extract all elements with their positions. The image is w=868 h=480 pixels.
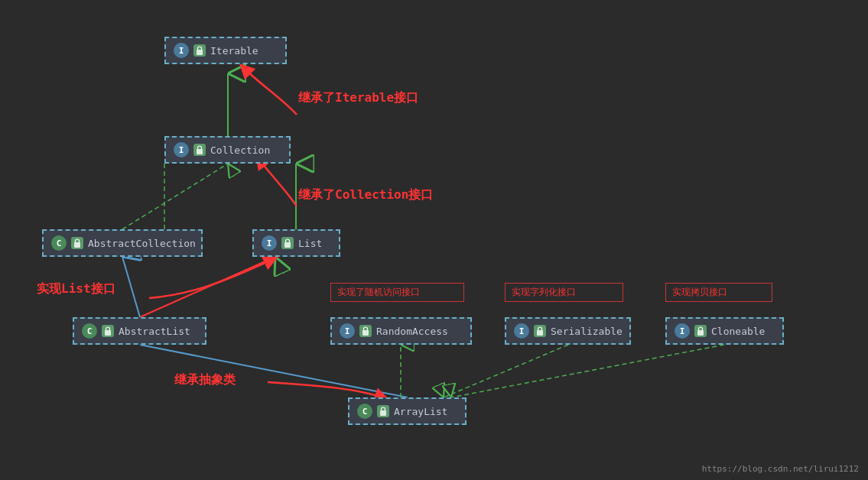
annotation-box-cloneable: 实现拷贝接口 <box>665 283 772 302</box>
annotation-implements-list: 实现List接口 <box>37 281 115 297</box>
label-random-access: RandomAccess <box>376 326 448 337</box>
lock-array-list <box>377 405 389 417</box>
node-collection: I Collection <box>164 136 291 164</box>
watermark: https://blog.csdn.net/lirui1212 <box>702 464 859 474</box>
node-iterable: I Iterable <box>164 37 287 64</box>
lock-cloneable <box>694 325 707 337</box>
lock-random-access <box>359 325 372 337</box>
svg-line-14 <box>451 345 724 397</box>
annotation-box-random-access: 实现了随机访问接口 <box>330 283 464 302</box>
node-abstract-list: C AbstractList <box>73 317 206 345</box>
label-collection: Collection <box>210 144 270 156</box>
icon-array-list: C <box>357 404 372 419</box>
annotation-inherits-collection: 继承了Collection接口 <box>298 187 433 203</box>
annotation-inherits-iterable: 继承了Iterable接口 <box>298 90 418 106</box>
node-serializable: I Serializable <box>505 317 631 345</box>
svg-rect-22 <box>284 242 291 248</box>
lock-iterable <box>193 44 206 57</box>
diagram-container: I Iterable I Collection C AbstractCollec… <box>0 0 868 480</box>
icon-serializable: I <box>514 323 529 339</box>
lock-abstract-collection <box>71 237 83 249</box>
icon-list: I <box>262 235 277 251</box>
icon-iterable: I <box>174 43 189 58</box>
annotation-box-serializable: 实现字列化接口 <box>505 283 623 302</box>
node-abstract-collection: C AbstractCollection <box>42 229 203 257</box>
icon-collection: I <box>174 142 189 157</box>
node-random-access: I RandomAccess <box>330 317 472 345</box>
node-array-list: C ArrayList <box>348 397 467 425</box>
lock-collection <box>193 144 206 156</box>
svg-rect-19 <box>197 50 203 55</box>
icon-cloneable: I <box>675 323 690 339</box>
icon-abstract-list: C <box>82 323 97 339</box>
svg-rect-27 <box>380 410 386 416</box>
label-array-list: ArrayList <box>394 406 447 417</box>
svg-line-11 <box>140 345 408 397</box>
svg-line-7 <box>122 164 228 229</box>
svg-line-9 <box>140 257 275 317</box>
node-list: I List <box>252 229 340 257</box>
svg-line-13 <box>444 345 568 397</box>
label-serializable: Serializable <box>551 326 623 337</box>
lock-serializable <box>534 325 546 337</box>
svg-rect-26 <box>697 330 704 336</box>
svg-rect-23 <box>105 330 111 336</box>
svg-rect-24 <box>362 330 369 336</box>
svg-line-10 <box>122 257 140 317</box>
svg-rect-20 <box>197 149 203 154</box>
svg-rect-21 <box>74 242 80 248</box>
annotation-extends-abstract: 继承抽象类 <box>174 372 236 388</box>
label-abstract-collection: AbstractCollection <box>88 238 196 249</box>
lock-list <box>281 237 294 249</box>
lock-abstract-list <box>102 325 114 337</box>
label-cloneable: Cloneable <box>711 326 765 337</box>
label-iterable: Iterable <box>210 45 258 57</box>
icon-random-access: I <box>340 323 355 339</box>
label-abstract-list: AbstractList <box>119 326 190 337</box>
node-cloneable: I Cloneable <box>665 317 784 345</box>
svg-rect-25 <box>537 330 543 336</box>
icon-abstract-collection: C <box>51 235 67 251</box>
label-list: List <box>298 238 322 249</box>
